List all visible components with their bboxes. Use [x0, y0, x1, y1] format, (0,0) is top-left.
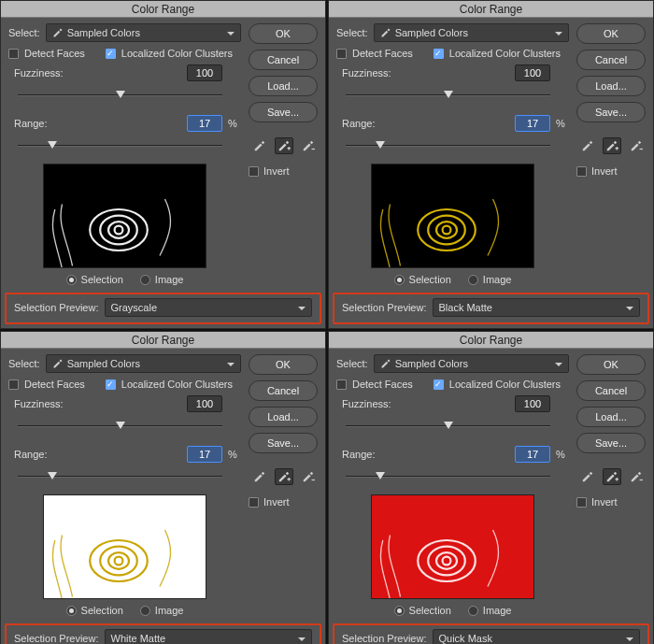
percent-label: % — [556, 118, 569, 129]
load-button[interactable]: Load... — [249, 407, 318, 427]
fuzziness-input[interactable]: 100 — [187, 64, 222, 81]
range-slider[interactable] — [346, 468, 550, 485]
selection-preview-dropdown[interactable]: Quick Mask — [433, 629, 641, 644]
eyedropper-add-icon[interactable] — [275, 468, 293, 485]
select-label: Select: — [336, 27, 368, 38]
localized-clusters-label: Localized Color Clusters — [449, 48, 561, 59]
ok-button[interactable]: OK — [249, 354, 318, 375]
eyedropper-add-icon[interactable] — [603, 137, 621, 154]
localized-clusters-checkbox[interactable] — [106, 379, 116, 390]
save-button[interactable]: Save... — [576, 433, 646, 453]
eyedropper-icon[interactable] — [250, 468, 269, 485]
image-radio[interactable]: Image — [468, 274, 512, 285]
select-dropdown[interactable]: Sampled Colors — [374, 23, 569, 42]
eyedropper-icon[interactable] — [578, 468, 597, 485]
selection-radio[interactable]: Selection — [394, 605, 451, 616]
select-dropdown[interactable]: Sampled Colors — [46, 23, 241, 42]
detect-faces-label: Detect Faces — [352, 379, 413, 390]
eyedropper-add-icon[interactable] — [603, 468, 621, 485]
percent-label: % — [228, 449, 241, 460]
fuzziness-label: Fuzziness: — [342, 67, 396, 79]
percent-label: % — [556, 449, 569, 460]
selection-preview-dropdown[interactable]: Grayscale — [105, 298, 313, 317]
dialog-title: Color Range — [329, 332, 653, 349]
fuzziness-slider[interactable] — [346, 418, 550, 435]
eyedropper-icon[interactable] — [578, 137, 597, 154]
detect-faces-checkbox[interactable] — [8, 379, 19, 390]
range-input[interactable]: 17 — [187, 115, 222, 132]
select-dropdown[interactable]: Sampled Colors — [374, 354, 569, 373]
selection-preview-dropdown[interactable]: White Matte — [105, 629, 313, 644]
eyedropper-subtract-icon[interactable] — [627, 137, 646, 154]
ok-button[interactable]: OK — [576, 354, 646, 375]
preview-thumbnail — [371, 164, 534, 268]
eyedropper-subtract-icon[interactable] — [299, 137, 318, 154]
image-radio[interactable]: Image — [140, 605, 184, 616]
save-button[interactable]: Save... — [249, 433, 318, 453]
select-value: Sampled Colors — [67, 27, 140, 38]
selection-preview-label: Selection Preview: — [14, 633, 99, 644]
invert-checkbox[interactable]: Invert — [249, 496, 318, 508]
eyedropper-add-icon[interactable] — [275, 137, 293, 154]
cancel-button[interactable]: Cancel — [576, 380, 646, 401]
load-button[interactable]: Load... — [576, 76, 646, 96]
range-input[interactable]: 17 — [515, 446, 550, 463]
selection-preview-dropdown[interactable]: Black Matte — [433, 298, 641, 317]
save-button[interactable]: Save... — [249, 102, 318, 122]
range-input[interactable]: 17 — [515, 115, 550, 132]
detect-faces-label: Detect Faces — [352, 48, 413, 59]
eyedropper-icon[interactable] — [250, 137, 269, 154]
image-radio[interactable]: Image — [140, 274, 184, 285]
invert-checkbox[interactable]: Invert — [249, 165, 318, 177]
ok-button[interactable]: OK — [576, 23, 646, 44]
fuzziness-label: Fuzziness: — [14, 67, 68, 79]
selection-radio[interactable]: Selection — [66, 605, 123, 616]
color-range-dialog: Color Range Select: Sampled Colors Detec… — [0, 0, 326, 329]
ok-button[interactable]: OK — [249, 23, 318, 44]
detect-faces-checkbox[interactable] — [8, 49, 19, 59]
select-value: Sampled Colors — [395, 27, 468, 38]
fuzziness-input[interactable]: 100 — [515, 64, 550, 81]
cancel-button[interactable]: Cancel — [249, 50, 318, 70]
range-slider[interactable] — [346, 137, 550, 154]
eyedropper-icon — [52, 358, 64, 369]
color-range-dialog: Color Range Select: Sampled Colors Detec… — [0, 331, 326, 644]
detect-faces-checkbox[interactable] — [336, 49, 347, 59]
detect-faces-checkbox[interactable] — [336, 379, 347, 390]
localized-clusters-checkbox[interactable] — [434, 379, 444, 390]
range-input[interactable]: 17 — [187, 446, 222, 463]
selection-preview-row: Selection Preview: White Matte — [5, 623, 321, 644]
selection-preview-label: Selection Preview: — [342, 302, 427, 313]
range-slider[interactable] — [18, 137, 222, 154]
selection-preview-label: Selection Preview: — [14, 302, 99, 313]
eyedropper-subtract-icon[interactable] — [299, 468, 318, 485]
save-button[interactable]: Save... — [576, 102, 646, 122]
selection-preview-value: Black Matte — [439, 302, 492, 313]
fuzziness-slider[interactable] — [346, 87, 550, 104]
eyedropper-icon — [380, 358, 391, 369]
fuzziness-slider[interactable] — [18, 418, 222, 435]
invert-checkbox[interactable]: Invert — [576, 496, 646, 508]
eyedropper-subtract-icon[interactable] — [627, 468, 646, 485]
range-slider[interactable] — [18, 468, 222, 485]
detect-faces-label: Detect Faces — [24, 379, 85, 390]
selection-radio[interactable]: Selection — [66, 274, 123, 285]
selection-preview-value: White Matte — [111, 633, 166, 644]
image-radio[interactable]: Image — [468, 605, 512, 616]
invert-checkbox[interactable]: Invert — [576, 165, 646, 177]
selection-radio[interactable]: Selection — [394, 274, 451, 285]
load-button[interactable]: Load... — [576, 407, 646, 427]
fuzziness-slider[interactable] — [18, 87, 222, 104]
cancel-button[interactable]: Cancel — [576, 50, 646, 70]
fuzziness-input[interactable]: 100 — [515, 395, 550, 412]
select-label: Select: — [8, 358, 40, 369]
select-dropdown[interactable]: Sampled Colors — [46, 354, 241, 373]
localized-clusters-checkbox[interactable] — [106, 49, 116, 59]
localized-clusters-checkbox[interactable] — [434, 49, 444, 59]
fuzziness-input[interactable]: 100 — [187, 395, 222, 412]
color-range-dialog: Color Range Select: Sampled Colors Detec… — [328, 331, 654, 644]
range-label: Range: — [342, 118, 396, 129]
load-button[interactable]: Load... — [249, 76, 318, 96]
preview-thumbnail — [43, 494, 206, 599]
cancel-button[interactable]: Cancel — [249, 380, 318, 401]
